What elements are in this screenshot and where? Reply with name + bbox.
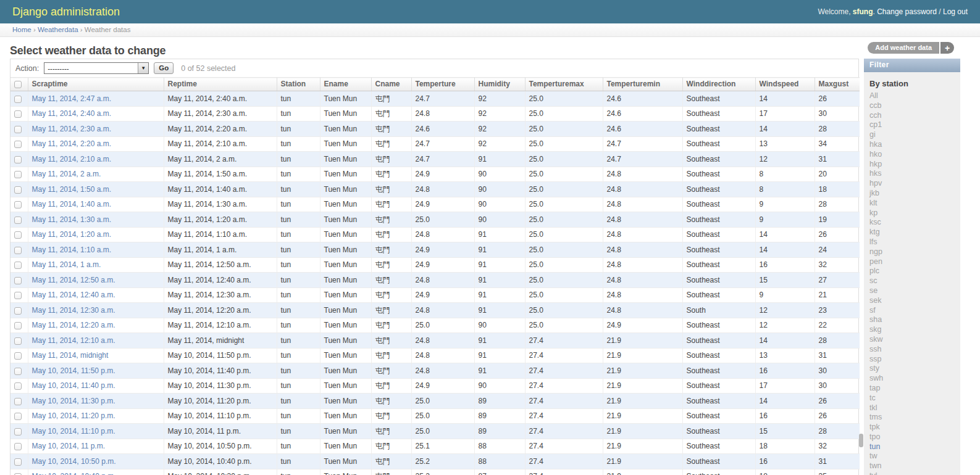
filter-option-plc[interactable]: plc	[869, 266, 960, 276]
row-edit-link[interactable]: May 11, 2014, 1:50 a.m.	[32, 185, 112, 194]
row-edit-link[interactable]: May 11, 2014, 2:40 a.m.	[32, 109, 112, 118]
column-header-humidity[interactable]: Humidity	[474, 78, 525, 91]
filter-option-all[interactable]: All	[869, 91, 960, 101]
row-checkbox[interactable]	[14, 186, 22, 194]
row-checkbox[interactable]	[14, 262, 22, 269]
filter-option-ktg[interactable]: ktg	[869, 228, 960, 238]
change-password-link[interactable]: Change password	[877, 7, 937, 16]
column-header-cname[interactable]: Cname	[371, 78, 411, 91]
filter-option-tpk[interactable]: tpk	[869, 423, 960, 432]
filter-option-hks[interactable]: hks	[869, 169, 960, 179]
filter-option-hpv[interactable]: hpv	[869, 179, 960, 189]
go-button[interactable]: Go	[154, 62, 174, 74]
row-edit-link[interactable]: May 11, 2014, 2 a.m.	[32, 170, 101, 178]
action-select[interactable]: --------- ▼	[44, 62, 149, 74]
row-checkbox[interactable]	[14, 443, 22, 450]
row-edit-link[interactable]: May 11, 2014, 12:30 a.m.	[32, 306, 115, 315]
row-edit-link[interactable]: May 11, 2014, 2:47 a.m.	[32, 94, 112, 103]
column-header-maxgust[interactable]: Maxgust	[815, 78, 860, 91]
row-checkbox[interactable]	[14, 277, 22, 284]
row-edit-link[interactable]: May 10, 2014, 11:50 p.m.	[32, 366, 115, 375]
row-checkbox[interactable]	[14, 201, 22, 209]
row-edit-link[interactable]: May 11, 2014, 2:10 a.m.	[32, 155, 112, 163]
row-checkbox[interactable]	[14, 428, 22, 436]
scrollbar-thumb[interactable]	[859, 434, 863, 447]
row-edit-link[interactable]: May 10, 2014, 11:20 p.m.	[32, 411, 115, 420]
column-header-reptime[interactable]: Reptime	[164, 78, 277, 91]
row-edit-link[interactable]: May 11, 2014, 12:20 a.m.	[32, 321, 115, 329]
filter-option-tc[interactable]: tc	[869, 394, 960, 403]
select-all-checkbox[interactable]	[14, 81, 22, 88]
filter-option-sha[interactable]: sha	[869, 315, 960, 325]
filter-option-sf[interactable]: sf	[869, 306, 960, 316]
row-edit-link[interactable]: May 10, 2014, 11 p.m.	[32, 442, 106, 450]
row-checkbox[interactable]	[14, 231, 22, 239]
row-edit-link[interactable]: May 11, 2014, 12:40 a.m.	[32, 291, 115, 299]
add-weather-data-button[interactable]: Add weather data +	[868, 42, 954, 54]
filter-option-skg[interactable]: skg	[869, 325, 960, 335]
filter-option-swh[interactable]: swh	[869, 374, 960, 384]
row-checkbox[interactable]	[14, 413, 22, 420]
row-edit-link[interactable]: May 11, 2014, 1:40 a.m.	[32, 200, 112, 209]
row-edit-link[interactable]: May 11, 2014, 12:10 a.m.	[32, 336, 115, 345]
row-checkbox[interactable]	[14, 352, 22, 360]
row-checkbox[interactable]	[14, 322, 22, 329]
column-header-winddirection[interactable]: Winddirection	[682, 78, 755, 91]
column-header-scraptime[interactable]: Scraptime	[28, 78, 164, 91]
row-edit-link[interactable]: May 11, 2014, 1:20 a.m.	[32, 230, 112, 239]
breadcrumb-item[interactable]: Weatherdata	[38, 26, 78, 33]
row-edit-link[interactable]: May 11, 2014, 1 a.m.	[32, 260, 101, 269]
row-checkbox[interactable]	[14, 141, 22, 148]
row-checkbox[interactable]	[14, 247, 22, 254]
row-edit-link[interactable]: May 10, 2014, 10:50 p.m.	[32, 457, 116, 466]
row-checkbox[interactable]	[14, 368, 22, 375]
row-checkbox[interactable]	[14, 307, 22, 315]
filter-option-gi[interactable]: gi	[869, 130, 960, 140]
row-edit-link[interactable]: May 11, 2014, 2:20 a.m.	[32, 139, 112, 148]
row-checkbox[interactable]	[14, 337, 22, 345]
filter-option-jkb[interactable]: jkb	[869, 189, 960, 199]
column-header-windspeed[interactable]: Windspeed	[755, 78, 815, 91]
row-edit-link[interactable]: May 10, 2014, 10:40 p.m.	[32, 472, 116, 475]
filter-option-tyl[interactable]: tyl	[869, 471, 960, 475]
column-header-station[interactable]: Station	[277, 78, 320, 91]
row-checkbox[interactable]	[14, 292, 22, 299]
row-checkbox[interactable]	[14, 96, 22, 103]
filter-option-sc[interactable]: sc	[869, 276, 960, 286]
column-header-temperture[interactable]: Temperture	[411, 78, 474, 91]
filter-option-kp[interactable]: kp	[869, 209, 960, 218]
filter-option-tkl[interactable]: tkl	[869, 403, 960, 413]
filter-option-cp1[interactable]: cp1	[869, 120, 960, 130]
filter-option-sek[interactable]: sek	[869, 296, 960, 306]
filter-option-twn[interactable]: twn	[869, 461, 960, 471]
row-checkbox[interactable]	[14, 126, 22, 133]
filter-option-ssh[interactable]: ssh	[869, 345, 960, 355]
log-out-link[interactable]: Log out	[943, 7, 968, 16]
filter-option-sty[interactable]: sty	[869, 364, 960, 374]
filter-option-ngp[interactable]: ngp	[869, 247, 960, 257]
column-header-temperturemax[interactable]: Temperturemax	[525, 78, 603, 91]
row-checkbox[interactable]	[14, 171, 22, 178]
row-edit-link[interactable]: May 11, 2014, 12:50 a.m.	[32, 276, 115, 284]
filter-option-tun[interactable]: tun	[869, 442, 960, 452]
row-edit-link[interactable]: May 10, 2014, 11:10 p.m.	[32, 427, 115, 436]
filter-option-hka[interactable]: hka	[869, 140, 960, 150]
column-header-temperturemin[interactable]: Temperturemin	[603, 78, 682, 91]
row-edit-link[interactable]: May 11, 2014, midnight	[32, 351, 109, 360]
filter-option-tap[interactable]: tap	[869, 384, 960, 394]
filter-option-tms[interactable]: tms	[869, 413, 960, 423]
row-checkbox[interactable]	[14, 458, 22, 466]
column-header-ename[interactable]: Ename	[320, 78, 371, 91]
filter-option-ssp[interactable]: ssp	[869, 355, 960, 365]
filter-option-lfs[interactable]: lfs	[869, 238, 960, 247]
filter-option-ksc[interactable]: ksc	[869, 218, 960, 228]
row-checkbox[interactable]	[14, 398, 22, 405]
filter-option-pen[interactable]: pen	[869, 257, 960, 267]
row-edit-link[interactable]: May 10, 2014, 11:40 p.m.	[32, 381, 115, 390]
breadcrumb-item[interactable]: Home	[12, 26, 31, 33]
row-edit-link[interactable]: May 11, 2014, 2:30 a.m.	[32, 125, 112, 133]
row-edit-link[interactable]: May 11, 2014, 1:10 a.m.	[32, 246, 112, 254]
row-checkbox[interactable]	[14, 110, 22, 118]
filter-option-tpo[interactable]: tpo	[869, 432, 960, 442]
filter-option-tw[interactable]: tw	[869, 452, 960, 461]
